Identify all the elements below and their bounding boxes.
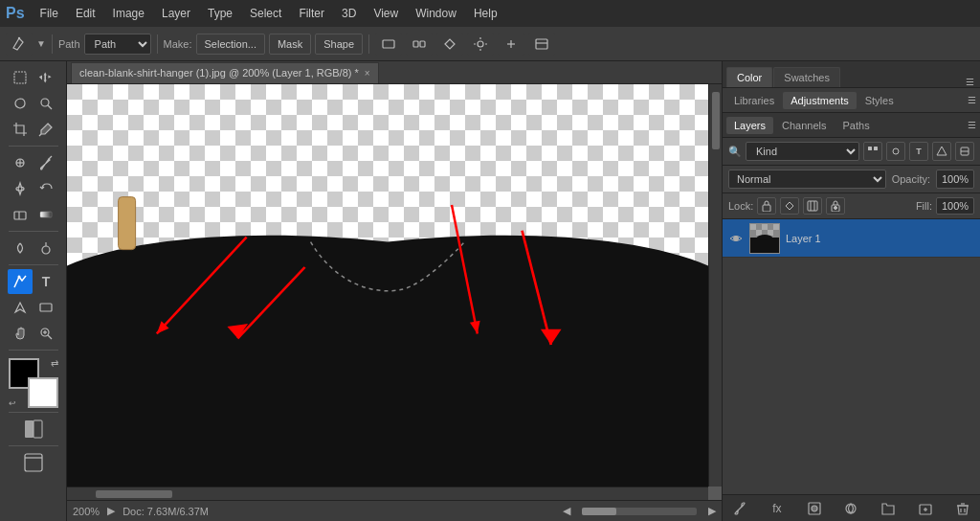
reset-colors-icon[interactable]: ↩ [9, 398, 16, 408]
selection-button[interactable]: Selection... [196, 34, 265, 55]
new-group-button[interactable] [879, 500, 898, 517]
svg-rect-21 [40, 212, 52, 217]
ps-logo: Ps [6, 5, 25, 22]
panel-icon[interactable] [528, 33, 555, 56]
type-tool[interactable]: T [33, 269, 58, 294]
align-icon[interactable] [375, 33, 402, 56]
background-color[interactable] [28, 377, 58, 408]
tab-layers[interactable]: Layers [726, 117, 773, 134]
pen-tool-left[interactable] [8, 269, 33, 294]
menu-layer[interactable]: Layer [154, 5, 198, 22]
path-dropdown[interactable]: Path Shape Pixels [84, 34, 151, 55]
layer-name-label: Layer 1 [786, 233, 974, 244]
menu-help[interactable]: Help [466, 5, 505, 22]
lock-position-icon[interactable] [780, 197, 799, 215]
mask-button[interactable]: Mask [269, 34, 311, 55]
tab-bar: clean-blank-shirt-hanger (1).jpg @ 200% … [67, 61, 722, 84]
tab-adjustments[interactable]: Adjustments [783, 92, 857, 109]
add-mask-button[interactable] [805, 500, 824, 517]
layers-panel-menu-icon[interactable]: ☰ [968, 120, 976, 130]
lock-all-icon[interactable] [826, 197, 845, 215]
clone-stamp-tool[interactable] [8, 176, 33, 201]
playback-forward-icon[interactable]: ▶ [708, 505, 716, 517]
adjust-filter-icon[interactable] [886, 142, 905, 161]
opacity-input[interactable] [936, 170, 974, 189]
crop-tool[interactable] [8, 117, 33, 142]
lock-artboard-icon[interactable] [803, 197, 822, 215]
svg-point-0 [18, 36, 20, 38]
fill-label: Fill: [916, 200, 932, 212]
menu-filter[interactable]: Filter [291, 5, 332, 22]
tab-swatches[interactable]: Swatches [773, 67, 840, 87]
hand-tool[interactable] [8, 321, 33, 346]
canvas-tab[interactable]: clean-blank-shirt-hanger (1).jpg @ 200% … [71, 62, 379, 83]
tab-styles[interactable]: Styles [858, 92, 902, 109]
horizontal-scrollbar[interactable] [67, 487, 708, 500]
tab-paths[interactable]: Paths [835, 117, 878, 134]
add-layer-style-button[interactable]: fx [768, 500, 787, 517]
healing-brush-tool[interactable] [8, 150, 33, 175]
screen-mode-icon[interactable] [21, 450, 46, 475]
more-icon[interactable] [498, 33, 524, 56]
transform-icon[interactable] [436, 33, 463, 56]
layer-visibility-icon[interactable] [728, 231, 744, 246]
menu-select[interactable]: Select [242, 5, 289, 22]
smart-filter-icon[interactable] [955, 142, 974, 161]
fill-input[interactable] [936, 197, 974, 215]
path-selection-tool[interactable] [8, 295, 33, 320]
layers-kind-dropdown[interactable]: Kind Name Effect [746, 142, 859, 161]
link-layers-button[interactable] [730, 500, 749, 517]
adj-panel-menu-icon[interactable]: ☰ [968, 95, 976, 105]
new-adjustment-button[interactable] [841, 500, 860, 517]
quick-selection-tool[interactable] [33, 91, 58, 116]
tab-libraries[interactable]: Libraries [726, 92, 782, 109]
menu-type[interactable]: Type [200, 5, 240, 22]
tab-close-icon[interactable]: × [365, 68, 370, 79]
distribute-icon[interactable] [406, 33, 433, 56]
delete-layer-button[interactable] [953, 500, 972, 517]
menu-3d[interactable]: 3D [334, 5, 364, 22]
blur-tool[interactable] [8, 236, 33, 260]
adjustment-panel-tabs: Libraries Adjustments Styles ☰ [723, 88, 980, 113]
type-filter-icon[interactable]: T [909, 142, 928, 161]
menu-view[interactable]: View [366, 5, 406, 22]
menu-window[interactable]: Window [408, 5, 464, 22]
layer-item[interactable]: Layer 1 [723, 219, 980, 258]
menu-file[interactable]: File [33, 5, 66, 22]
dodge-tool[interactable] [33, 236, 58, 260]
zoom-tool[interactable] [33, 321, 58, 346]
vertical-scrollbar[interactable] [708, 84, 722, 487]
rectangle-shape-tool[interactable] [33, 295, 58, 320]
shape-filter-icon[interactable] [932, 142, 951, 161]
canvas-scroll-area[interactable] [67, 84, 722, 500]
eraser-tool[interactable] [8, 202, 33, 227]
pixel-filter-icon[interactable] [863, 142, 882, 161]
brush-tool[interactable] [33, 150, 58, 175]
new-layer-button[interactable] [916, 500, 935, 517]
eyedropper-tool[interactable] [33, 117, 58, 142]
lock-pixels-icon[interactable] [757, 197, 776, 215]
svg-rect-52 [762, 224, 768, 230]
move-tool[interactable] [33, 65, 58, 90]
menu-image[interactable]: Image [105, 5, 152, 22]
zoom-icon[interactable]: ▶ [107, 505, 115, 517]
layers-panel: Layers Channels Paths ☰ 🔍 Kind Name Effe… [723, 113, 980, 521]
panel-menu-icon[interactable]: ☰ [966, 77, 974, 87]
history-brush-tool[interactable] [33, 176, 58, 201]
shape-button[interactable]: Shape [315, 34, 363, 55]
settings-icon[interactable] [467, 33, 494, 56]
shirt-canvas[interactable] [67, 84, 708, 487]
rectangular-marquee-tool[interactable] [8, 65, 33, 90]
svg-rect-7 [536, 39, 547, 49]
svg-point-24 [18, 276, 21, 279]
playback-icon[interactable]: ◀ [563, 505, 570, 517]
quick-mask-icon[interactable] [21, 417, 46, 442]
blend-mode-dropdown[interactable]: Normal Multiply Screen Overlay [728, 170, 886, 189]
tab-channels[interactable]: Channels [774, 117, 834, 134]
pen-tool-icon[interactable] [6, 33, 33, 56]
lasso-tool[interactable] [8, 91, 33, 116]
swap-colors-icon[interactable]: ⇄ [51, 358, 58, 369]
tab-color[interactable]: Color [726, 67, 772, 87]
menu-edit[interactable]: Edit [68, 5, 103, 22]
gradient-tool[interactable] [33, 202, 58, 227]
